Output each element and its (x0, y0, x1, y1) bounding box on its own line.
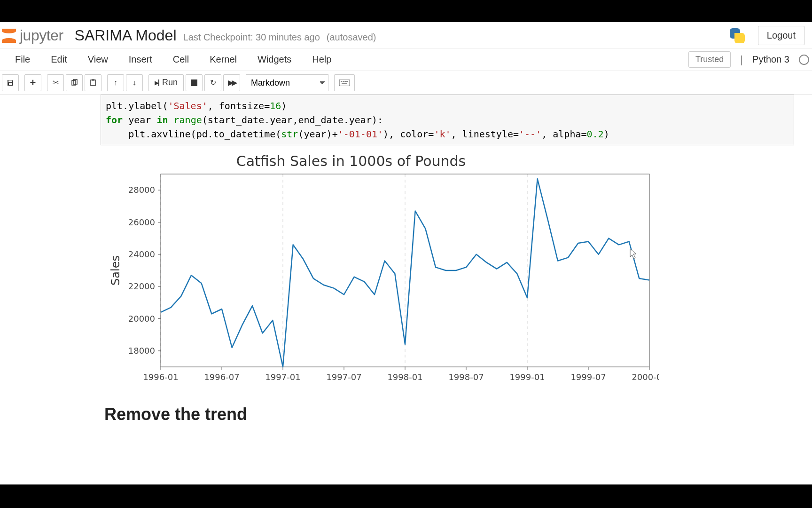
svg-text:1999-07: 1999-07 (570, 372, 606, 382)
add-cell-button[interactable]: + (24, 74, 41, 91)
svg-rect-8 (346, 81, 348, 82)
move-down-button[interactable]: ↓ (126, 74, 143, 91)
paste-button[interactable] (85, 74, 102, 91)
kernel-status-icon[interactable] (799, 55, 809, 65)
cut-button[interactable]: ✂ (47, 74, 64, 91)
chart-svg: 180002000022000240002600028000Sales1996-… (104, 171, 659, 388)
svg-text:2000-01: 2000-01 (632, 372, 659, 382)
svg-rect-3 (92, 79, 94, 80)
stop-button[interactable] (186, 74, 203, 91)
title-block: SARIMA Model Last Checkpoint: 30 minutes… (75, 27, 376, 44)
menu-kernel[interactable]: Kernel (199, 49, 247, 70)
kernel-separator: | (740, 54, 743, 66)
stop-icon (191, 79, 197, 86)
menu-help[interactable]: Help (302, 49, 342, 70)
arrow-up-icon: ↑ (114, 79, 117, 87)
menubar-right: Trusted | Python 3 (688, 51, 812, 68)
svg-rect-4 (339, 79, 350, 86)
svg-text:1997-01: 1997-01 (265, 372, 300, 382)
copy-button[interactable] (66, 74, 83, 91)
svg-text:1996-01: 1996-01 (143, 372, 178, 382)
menu-cell[interactable]: Cell (163, 49, 199, 70)
menubar: File Edit View Insert Cell Kernel Widget… (0, 48, 812, 71)
svg-text:22000: 22000 (128, 281, 155, 291)
svg-rect-7 (344, 81, 346, 82)
header: jupyter SARIMA Model Last Checkpoint: 30… (0, 22, 812, 48)
chart-title: Catfish Sales in 1000s of Pounds (104, 153, 598, 169)
svg-text:1999-01: 1999-01 (509, 372, 545, 382)
svg-rect-5 (341, 81, 342, 82)
trusted-indicator[interactable]: Trusted (688, 51, 731, 68)
python-logo-icon (728, 26, 747, 45)
arrow-down-icon: ↓ (133, 79, 136, 87)
save-icon (7, 79, 14, 87)
header-right: Logout (728, 26, 806, 45)
run-icon (155, 79, 159, 87)
code-cell[interactable]: plt.ylabel('Sales', fontsize=16) for yea… (101, 95, 794, 145)
svg-text:26000: 26000 (128, 217, 155, 227)
restart-button[interactable]: ↻ (204, 74, 221, 91)
jupyter-app: jupyter SARIMA Model Last Checkpoint: 30… (0, 22, 812, 484)
jupyter-logo-text: jupyter (20, 27, 63, 44)
autosaved-text: (autosaved) (327, 32, 376, 43)
checkpoint-text: Last Checkpoint: 30 minutes ago (183, 32, 320, 43)
menu-file[interactable]: File (5, 49, 40, 70)
svg-text:1998-07: 1998-07 (448, 372, 484, 382)
run-label: Run (162, 78, 178, 87)
code-content[interactable]: plt.ylabel('Sales', fontsize=16) for yea… (106, 99, 789, 141)
restart-run-all-button[interactable]: ▶▶ (223, 74, 240, 91)
menu-widgets[interactable]: Widgets (247, 49, 302, 70)
copy-icon (70, 79, 78, 87)
svg-rect-2 (91, 80, 95, 86)
svg-text:1998-01: 1998-01 (387, 372, 422, 382)
run-button[interactable]: Run (148, 74, 184, 91)
paste-icon (89, 79, 97, 87)
logout-button[interactable]: Logout (758, 26, 804, 45)
move-up-button[interactable]: ↑ (107, 74, 124, 91)
svg-text:24000: 24000 (128, 249, 155, 259)
menu-insert[interactable]: Insert (118, 49, 163, 70)
command-palette-button[interactable] (334, 74, 355, 91)
scissors-icon: ✂ (53, 78, 59, 87)
svg-text:18000: 18000 (128, 346, 155, 356)
jupyter-logo[interactable]: jupyter (0, 27, 63, 45)
jupyter-logo-icon (0, 27, 18, 45)
refresh-icon: ↻ (210, 78, 216, 87)
md-heading: Remove the trend (104, 405, 805, 424)
cell-type-select[interactable]: Markdown (246, 74, 328, 91)
svg-text:20000: 20000 (128, 314, 155, 324)
kernel-name[interactable]: Python 3 (752, 54, 789, 65)
svg-text:28000: 28000 (128, 185, 155, 195)
svg-text:Sales: Sales (109, 255, 122, 286)
notebook-area[interactable]: plt.ylabel('Sales', fontsize=16) for yea… (0, 95, 812, 484)
notebook-title[interactable]: SARIMA Model (75, 27, 177, 44)
toolbar: + ✂ ↑ ↓ Run (0, 71, 812, 95)
plus-icon: + (30, 77, 36, 89)
svg-rect-6 (343, 81, 344, 82)
save-button[interactable] (2, 74, 19, 91)
fast-forward-icon: ▶▶ (228, 78, 235, 87)
svg-rect-9 (342, 83, 347, 84)
chart-output: Catfish Sales in 1000s of Pounds 1800020… (104, 153, 805, 388)
menu-view[interactable]: View (78, 49, 118, 70)
svg-text:1996-07: 1996-07 (204, 372, 239, 382)
svg-text:1997-07: 1997-07 (326, 372, 361, 382)
command-palette-icon (339, 79, 350, 86)
menu-edit[interactable]: Edit (40, 49, 77, 70)
